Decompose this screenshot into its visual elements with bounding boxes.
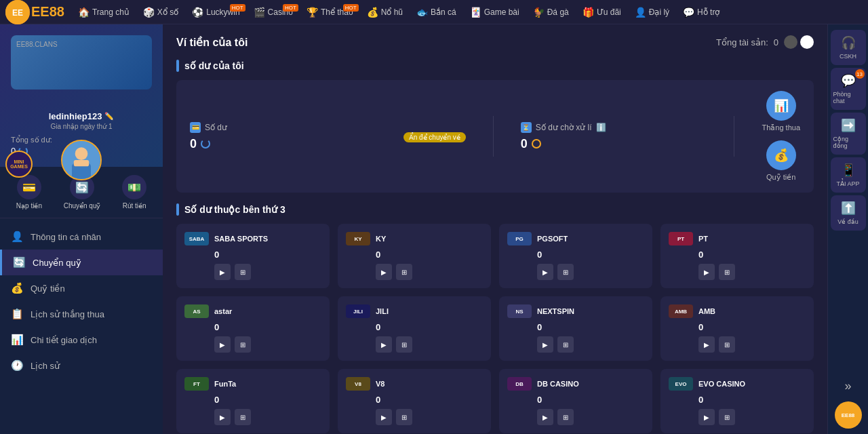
provider-icon2-evo-casino[interactable]: ⊞ xyxy=(719,409,735,425)
provider-amount-funta: 0 xyxy=(184,395,321,405)
ve-dau-icon: ⬆️ xyxy=(841,201,856,216)
cskh-btn[interactable]: 🎧 CSKH xyxy=(831,30,866,65)
nav-uu-dai[interactable]: 🎁 Ưu đãi xyxy=(577,4,627,20)
provider-amount-astar: 0 xyxy=(184,322,321,332)
provider-icon2-astar[interactable]: ⊞ xyxy=(235,336,251,353)
nav-ban-ca[interactable]: 🐟 Bắn cá xyxy=(411,4,462,20)
edit-username-icon[interactable]: ✏️ xyxy=(104,112,114,121)
provider-icon2-pt[interactable]: ⊞ xyxy=(719,264,735,280)
cong-dong-label: Cộng đồng xyxy=(833,136,863,149)
provider-icon2-saba-sports[interactable]: ⊞ xyxy=(235,264,251,280)
svg-rect-5 xyxy=(74,160,89,166)
provider-icon1-astar[interactable]: ▶ xyxy=(214,336,231,353)
provider-icon2-pgsoft[interactable]: ⊞ xyxy=(557,264,574,280)
chuyen-quy-label: Chuyển quỹ xyxy=(64,202,101,210)
quy-tien-btn[interactable]: 💰 Quỹ tiền xyxy=(766,140,796,182)
provider-icon2-ky[interactable]: ⊞ xyxy=(396,264,412,280)
provider-icon1-amb[interactable]: ▶ xyxy=(698,336,715,353)
third-party-title: Số dư thuộc bên thứ 3 xyxy=(184,204,285,215)
provider-logo-pgsoft: PG xyxy=(507,232,532,245)
provider-icon1-nextspin[interactable]: ▶ xyxy=(537,336,553,353)
provider-icon1-pt[interactable]: ▶ xyxy=(698,264,715,280)
chi-tiet-icon: 📊 xyxy=(11,334,24,346)
rut-tien-btn[interactable]: 💵 Rút tiền xyxy=(122,175,146,210)
provider-logo-astar: AS xyxy=(184,304,209,318)
nav-luckywin[interactable]: ⚽ Luckywin HOT xyxy=(186,4,245,20)
provider-icon2-jili[interactable]: ⊞ xyxy=(396,336,412,353)
provider-logo-saba-sports: SABA xyxy=(184,232,209,245)
chi-tiet-label: Chi tiết giao dịch xyxy=(31,335,97,345)
nav-no-hu-label: Nổ hũ xyxy=(381,7,403,17)
nav-xo-so[interactable]: 🎲 Xổ số xyxy=(138,4,184,20)
ee88-small-logo[interactable]: EE88 xyxy=(835,401,862,429)
nav-uu-dai-label: Ưu đãi xyxy=(597,7,621,17)
provider-icon1-saba-sports[interactable]: ▶ xyxy=(214,264,231,280)
provider-amount-pgsoft: 0 xyxy=(507,250,644,260)
quy-tien-action-label: Quỹ tiền xyxy=(766,173,795,182)
provider-logo-funta: FT xyxy=(184,377,209,391)
provider-icon1-funta[interactable]: ▶ xyxy=(214,409,231,425)
provider-card-amb: AMB AMB 0 ▶ ⊞ xyxy=(660,296,814,361)
provider-icon1-evo-casino[interactable]: ▶ xyxy=(698,409,715,425)
provider-logo-db-casino: DB xyxy=(507,377,532,391)
provider-icon1-v8[interactable]: ▶ xyxy=(376,409,392,425)
provider-icon1-db-casino[interactable]: ▶ xyxy=(537,409,553,425)
phong-chat-label: Phòng chat xyxy=(833,91,863,104)
provider-logo-nextspin: NS xyxy=(507,304,532,318)
toggle-off[interactable] xyxy=(784,35,797,49)
provider-amount-saba-sports: 0 xyxy=(184,250,321,260)
cong-dong-btn[interactable]: ➡️ Cộng đồng xyxy=(831,113,866,155)
thang-thua-btn[interactable]: 📊 Thắng thua xyxy=(762,91,800,132)
provider-icon1-jili[interactable]: ▶ xyxy=(376,336,392,353)
nav-casino[interactable]: 🎬 Casino HOT xyxy=(248,4,298,20)
provider-icon2-nextspin[interactable]: ⊞ xyxy=(557,336,574,353)
luckywin-hot-badge: HOT xyxy=(230,4,245,12)
provider-icons-funta: ▶ ⊞ xyxy=(184,409,321,425)
quy-tien-label: Quỹ tiền xyxy=(31,283,65,294)
phong-chat-badge: 13 xyxy=(855,69,865,79)
total-assets: Tổng tài sản: 0 xyxy=(716,35,814,49)
sidebar-item-chi-tiet-giao-dich[interactable]: 📊 Chi tiết giao dịch xyxy=(0,327,163,353)
provider-icon2-amb[interactable]: ⊞ xyxy=(719,336,735,353)
toggle-on[interactable] xyxy=(800,35,814,49)
provider-amount-pt: 0 xyxy=(669,250,806,260)
nav-da-ga[interactable]: 🐓 Đá gà xyxy=(528,4,574,20)
provider-icon2-db-casino[interactable]: ⊞ xyxy=(557,409,574,425)
expand-icon[interactable]: » xyxy=(839,374,856,399)
provider-amount-evo-casino: 0 xyxy=(669,395,806,405)
rut-tien-label: Rút tiền xyxy=(123,202,146,210)
so-du-value: 0 xyxy=(190,137,376,151)
nav-trang-chu[interactable]: 🏠 Trang chủ xyxy=(73,4,135,20)
casino-hot-badge: HOT xyxy=(283,4,298,12)
sidebar-item-thong-tin-ca-nhan[interactable]: 👤 Thông tin cá nhân xyxy=(0,224,163,250)
nav-game-bai[interactable]: 🃏 Game bài xyxy=(465,4,525,20)
provider-logo-amb: AMB xyxy=(669,304,693,318)
chuyen-quy-menu-icon: 🔄 xyxy=(13,256,26,269)
sidebar-item-lich-su[interactable]: 🕐 Lịch sử xyxy=(0,353,163,378)
nav-the-thao[interactable]: 🏆 Thể thao HOT xyxy=(301,4,359,20)
so-du-refresh-icon[interactable] xyxy=(201,139,210,149)
nav-no-hu[interactable]: 💰 Nổ hũ xyxy=(361,4,408,20)
sidebar-item-chuyen-quy[interactable]: 🔄 Chuyển quỹ xyxy=(0,250,163,275)
ve-dau-btn[interactable]: ⬆️ Về đầu xyxy=(831,195,866,231)
provider-top: FT FunTa xyxy=(184,377,321,391)
sidebar-item-quy-tien[interactable]: 💰 Quỹ tiền xyxy=(0,275,163,301)
sidebar-menu: 👤 Thông tin cá nhân 🔄 Chuyển quỹ 💰 Quỹ t… xyxy=(0,218,163,434)
so-du-section-header: số dư của tôi xyxy=(176,60,814,72)
hidden-badge[interactable]: Ẩn để chuyển về xyxy=(403,132,466,142)
provider-icon2-v8[interactable]: ⊞ xyxy=(396,409,412,425)
nav-ho-tro[interactable]: 💬 Hỗ trợ xyxy=(677,4,725,20)
info-icon: ℹ️ xyxy=(596,123,606,132)
provider-card-jili: JILI JILI 0 ▶ ⊞ xyxy=(338,296,491,361)
phong-chat-btn[interactable]: 13 💬 Phòng chat xyxy=(831,68,866,110)
provider-icon1-pgsoft[interactable]: ▶ xyxy=(537,264,553,280)
nav-dai-ly[interactable]: 👤 Đại lý xyxy=(629,4,675,20)
tai-app-btn[interactable]: 📱 TẢI APP xyxy=(831,157,866,193)
provider-icon1-ky[interactable]: ▶ xyxy=(376,264,392,280)
provider-icon2-funta[interactable]: ⊞ xyxy=(235,409,251,425)
provider-name-pgsoft: PGSOFT xyxy=(537,235,568,243)
nap-tien-btn[interactable]: 💳 Nạp tiền xyxy=(16,175,42,210)
sidebar-item-lich-su-thang-thua[interactable]: 📋 Lịch sử thắng thua xyxy=(0,301,163,327)
cho-xu-li-refresh-icon[interactable] xyxy=(532,139,541,149)
logo-area: EE EE88 xyxy=(5,0,64,24)
